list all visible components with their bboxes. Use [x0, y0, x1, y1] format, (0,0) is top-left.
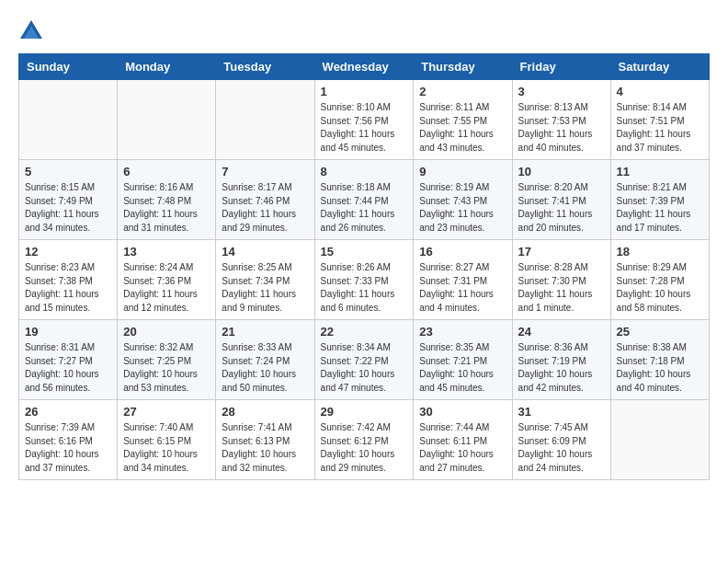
day-info: Sunrise: 8:17 AMSunset: 7:46 PMDaylight:… — [222, 181, 308, 235]
calendar-cell: 24Sunrise: 8:36 AMSunset: 7:19 PMDayligh… — [512, 320, 610, 400]
day-number: 30 — [419, 405, 506, 419]
calendar-cell: 8Sunrise: 8:18 AMSunset: 7:44 PMDaylight… — [314, 160, 414, 240]
calendar-week-row: 12Sunrise: 8:23 AMSunset: 7:38 PMDayligh… — [19, 240, 710, 320]
day-info: Sunrise: 8:18 AMSunset: 7:44 PMDaylight:… — [321, 181, 408, 235]
day-info: Sunrise: 8:19 AMSunset: 7:43 PMDaylight:… — [419, 181, 506, 235]
day-info: Sunrise: 8:20 AMSunset: 7:41 PMDaylight:… — [518, 181, 605, 235]
day-number: 10 — [518, 165, 605, 178]
day-info: Sunrise: 8:29 AMSunset: 7:28 PMDaylight:… — [617, 261, 703, 315]
day-info: Sunrise: 8:11 AMSunset: 7:55 PMDaylight:… — [419, 101, 506, 155]
calendar-cell — [216, 80, 314, 160]
day-number: 26 — [25, 405, 111, 419]
day-number: 27 — [123, 405, 210, 419]
day-number: 28 — [222, 405, 308, 419]
day-info: Sunrise: 8:10 AMSunset: 7:56 PMDaylight:… — [321, 101, 408, 155]
calendar-week-row: 5Sunrise: 8:15 AMSunset: 7:49 PMDaylight… — [19, 160, 710, 240]
calendar-cell: 5Sunrise: 8:15 AMSunset: 7:49 PMDaylight… — [19, 160, 118, 240]
day-number: 23 — [419, 325, 506, 339]
calendar-cell: 20Sunrise: 8:32 AMSunset: 7:25 PMDayligh… — [118, 320, 216, 400]
day-number: 9 — [419, 165, 506, 178]
calendar-cell: 18Sunrise: 8:29 AMSunset: 7:28 PMDayligh… — [610, 240, 709, 320]
page: SundayMondayTuesdayWednesdayThursdayFrid… — [0, 0, 728, 489]
day-info: Sunrise: 7:45 AMSunset: 6:09 PMDaylight:… — [518, 421, 605, 475]
day-info: Sunrise: 7:41 AMSunset: 6:13 PMDaylight:… — [222, 421, 308, 475]
day-number: 31 — [518, 405, 605, 419]
calendar-header-row: SundayMondayTuesdayWednesdayThursdayFrid… — [19, 54, 710, 80]
day-info: Sunrise: 8:13 AMSunset: 7:53 PMDaylight:… — [518, 101, 605, 155]
calendar-day-header: Monday — [118, 54, 216, 80]
day-number: 14 — [222, 245, 308, 259]
day-number: 8 — [321, 165, 408, 178]
day-number: 20 — [123, 325, 210, 339]
day-number: 18 — [617, 245, 703, 259]
calendar-day-header: Sunday — [19, 54, 118, 80]
calendar-cell: 13Sunrise: 8:24 AMSunset: 7:36 PMDayligh… — [118, 240, 216, 320]
header — [18, 18, 710, 44]
day-info: Sunrise: 8:38 AMSunset: 7:18 PMDaylight:… — [617, 341, 703, 395]
calendar-cell: 16Sunrise: 8:27 AMSunset: 7:31 PMDayligh… — [414, 240, 512, 320]
calendar-cell: 4Sunrise: 8:14 AMSunset: 7:51 PMDaylight… — [610, 80, 709, 160]
day-info: Sunrise: 7:39 AMSunset: 6:16 PMDaylight:… — [25, 421, 111, 475]
calendar-day-header: Tuesday — [216, 54, 314, 80]
calendar-day-header: Thursday — [414, 54, 512, 80]
calendar-week-row: 26Sunrise: 7:39 AMSunset: 6:16 PMDayligh… — [19, 400, 710, 480]
calendar-cell: 28Sunrise: 7:41 AMSunset: 6:13 PMDayligh… — [216, 400, 314, 480]
calendar-week-row: 19Sunrise: 8:31 AMSunset: 7:27 PMDayligh… — [19, 320, 710, 400]
day-info: Sunrise: 8:27 AMSunset: 7:31 PMDaylight:… — [419, 261, 506, 315]
day-number: 11 — [617, 165, 703, 178]
calendar-table: SundayMondayTuesdayWednesdayThursdayFrid… — [18, 53, 710, 480]
calendar-week-row: 1Sunrise: 8:10 AMSunset: 7:56 PMDaylight… — [19, 80, 710, 160]
day-info: Sunrise: 7:44 AMSunset: 6:11 PMDaylight:… — [419, 421, 506, 475]
calendar-cell: 12Sunrise: 8:23 AMSunset: 7:38 PMDayligh… — [19, 240, 118, 320]
logo — [18, 18, 48, 44]
calendar-cell: 2Sunrise: 8:11 AMSunset: 7:55 PMDaylight… — [414, 80, 512, 160]
calendar-cell — [118, 80, 216, 160]
calendar-cell — [610, 400, 709, 480]
day-info: Sunrise: 8:14 AMSunset: 7:51 PMDaylight:… — [617, 101, 703, 155]
day-info: Sunrise: 8:26 AMSunset: 7:33 PMDaylight:… — [321, 261, 408, 315]
day-number: 5 — [25, 165, 111, 178]
day-info: Sunrise: 8:16 AMSunset: 7:48 PMDaylight:… — [123, 181, 210, 235]
calendar-cell: 26Sunrise: 7:39 AMSunset: 6:16 PMDayligh… — [19, 400, 118, 480]
calendar-cell: 29Sunrise: 7:42 AMSunset: 6:12 PMDayligh… — [314, 400, 414, 480]
day-info: Sunrise: 8:35 AMSunset: 7:21 PMDaylight:… — [419, 341, 506, 395]
day-info: Sunrise: 8:28 AMSunset: 7:30 PMDaylight:… — [518, 261, 605, 315]
day-number: 2 — [419, 85, 506, 98]
calendar-cell: 11Sunrise: 8:21 AMSunset: 7:39 PMDayligh… — [610, 160, 709, 240]
calendar-cell: 27Sunrise: 7:40 AMSunset: 6:15 PMDayligh… — [118, 400, 216, 480]
calendar-cell: 25Sunrise: 8:38 AMSunset: 7:18 PMDayligh… — [610, 320, 709, 400]
day-number: 29 — [321, 405, 408, 419]
day-info: Sunrise: 7:40 AMSunset: 6:15 PMDaylight:… — [123, 421, 210, 475]
calendar-cell: 31Sunrise: 7:45 AMSunset: 6:09 PMDayligh… — [512, 400, 610, 480]
calendar-day-header: Friday — [512, 54, 610, 80]
day-info: Sunrise: 8:15 AMSunset: 7:49 PMDaylight:… — [25, 181, 111, 235]
calendar-cell: 22Sunrise: 8:34 AMSunset: 7:22 PMDayligh… — [314, 320, 414, 400]
day-info: Sunrise: 8:31 AMSunset: 7:27 PMDaylight:… — [25, 341, 111, 395]
day-number: 13 — [123, 245, 210, 259]
day-info: Sunrise: 8:34 AMSunset: 7:22 PMDaylight:… — [321, 341, 408, 395]
calendar-cell: 21Sunrise: 8:33 AMSunset: 7:24 PMDayligh… — [216, 320, 314, 400]
day-number: 1 — [321, 85, 408, 98]
day-info: Sunrise: 8:32 AMSunset: 7:25 PMDaylight:… — [123, 341, 210, 395]
calendar-cell: 3Sunrise: 8:13 AMSunset: 7:53 PMDaylight… — [512, 80, 610, 160]
calendar-cell: 14Sunrise: 8:25 AMSunset: 7:34 PMDayligh… — [216, 240, 314, 320]
day-info: Sunrise: 8:23 AMSunset: 7:38 PMDaylight:… — [25, 261, 111, 315]
day-number: 6 — [123, 165, 210, 178]
day-info: Sunrise: 8:33 AMSunset: 7:24 PMDaylight:… — [222, 341, 308, 395]
calendar-cell: 17Sunrise: 8:28 AMSunset: 7:30 PMDayligh… — [512, 240, 610, 320]
calendar-cell: 7Sunrise: 8:17 AMSunset: 7:46 PMDaylight… — [216, 160, 314, 240]
calendar-cell — [19, 80, 118, 160]
logo-icon — [18, 18, 44, 44]
day-number: 22 — [321, 325, 408, 339]
day-number: 4 — [617, 85, 703, 98]
calendar-cell: 10Sunrise: 8:20 AMSunset: 7:41 PMDayligh… — [512, 160, 610, 240]
day-number: 3 — [518, 85, 605, 98]
day-info: Sunrise: 8:25 AMSunset: 7:34 PMDaylight:… — [222, 261, 308, 315]
day-number: 16 — [419, 245, 506, 259]
calendar-day-header: Wednesday — [314, 54, 414, 80]
day-number: 25 — [617, 325, 703, 339]
day-number: 12 — [25, 245, 111, 259]
day-number: 17 — [518, 245, 605, 259]
day-info: Sunrise: 8:24 AMSunset: 7:36 PMDaylight:… — [123, 261, 210, 315]
day-number: 15 — [321, 245, 408, 259]
